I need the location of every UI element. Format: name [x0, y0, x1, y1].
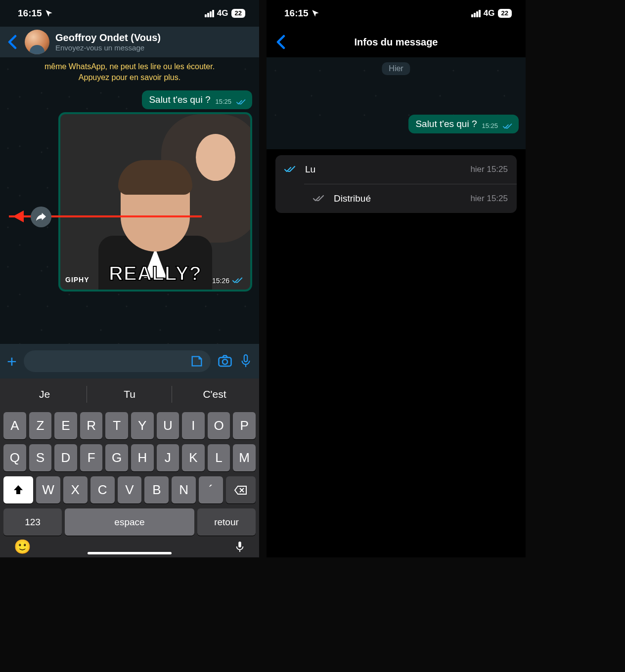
suggestion[interactable]: C'est [172, 381, 257, 407]
key-row-3: WXCVBN´ [2, 476, 257, 504]
home-indicator[interactable] [88, 552, 172, 554]
delivery-status-list: Lu hier 15:25 Distribué hier 15:25 [275, 155, 517, 213]
svg-point-1 [223, 359, 227, 364]
read-ticks-icon [284, 166, 296, 173]
key-P[interactable]: P [233, 412, 256, 439]
key-V[interactable]: V [118, 476, 142, 504]
key-S[interactable]: S [29, 444, 52, 471]
key-Y[interactable]: Y [131, 412, 154, 439]
network-label: 4G [484, 8, 495, 18]
outgoing-gif-message[interactable]: REALLY? GIPHY 15:26 [58, 112, 252, 292]
key-E[interactable]: E [54, 412, 77, 439]
info-header: Infos du message [267, 27, 526, 57]
location-icon [312, 9, 319, 17]
message-preview-bubble[interactable]: Salut t'es qui ? 15:25 [408, 115, 519, 133]
delivered-status-row: Distribué hier 15:25 [304, 184, 517, 213]
delivered-time: hier 15:25 [470, 194, 508, 204]
key-row-4: 123 espace retour [2, 508, 257, 536]
emoji-key[interactable]: 🙂 [14, 539, 31, 555]
encryption-banner[interactable]: même WhatsApp, ne peut les lire ou les é… [26, 59, 233, 85]
message-input-bar: + [0, 344, 259, 378]
status-time: 16:15 [284, 8, 309, 19]
key-Z[interactable]: Z [29, 412, 52, 439]
shift-key[interactable] [3, 476, 33, 504]
key-A[interactable]: A [3, 412, 26, 439]
read-time: hier 15:25 [470, 165, 508, 174]
suggestion[interactable]: Tu [87, 381, 172, 407]
contact-name: Geoffroy Ondet (Vous) [55, 32, 161, 43]
battery-badge: 22 [231, 9, 245, 18]
camera-button[interactable] [218, 354, 232, 369]
contact-subtitle: Envoyez-vous un message [55, 43, 161, 52]
key-H[interactable]: H [131, 444, 154, 471]
network-label: 4G [217, 8, 228, 18]
key-I[interactable]: I [182, 412, 205, 439]
keyboard: Je Tu C'est AZERTYUIOP QSDFGHJKLM WXCVBN… [0, 378, 259, 557]
chat-header: Geoffroy Ondet (Vous) Envoyez-vous un me… [0, 27, 259, 57]
key-row-1: AZERTYUIOP [2, 412, 257, 439]
message-time: 15:25 [215, 98, 231, 105]
back-button[interactable] [274, 35, 287, 49]
chat-screen: 16:15 4G 22 Geoffroy Ondet (Vous) Envoye… [0, 0, 259, 557]
date-chip: Hier [382, 62, 410, 75]
forward-icon[interactable] [31, 207, 51, 227]
space-key[interactable]: espace [65, 508, 194, 536]
key-X[interactable]: X [63, 476, 88, 504]
key-R[interactable]: R [80, 412, 103, 439]
key-O[interactable]: O [208, 412, 230, 439]
dictation-key[interactable] [234, 540, 245, 554]
key-K[interactable]: K [182, 444, 205, 471]
contact-avatar[interactable] [25, 30, 49, 54]
gif-preview: REALLY? GIPHY 15:26 [60, 114, 250, 290]
location-icon [45, 9, 53, 17]
key-T[interactable]: T [105, 412, 128, 439]
key-J[interactable]: J [157, 444, 179, 471]
gif-caption: REALLY? [109, 262, 202, 285]
message-text: Salut t'es qui ? [149, 94, 210, 105]
contact-title-area[interactable]: Geoffroy Ondet (Vous) Envoyez-vous un me… [55, 32, 161, 52]
read-ticks-icon [503, 124, 513, 129]
delivered-label: Distribué [334, 193, 461, 204]
svg-rect-2 [244, 355, 247, 362]
status-bar: 16:15 4G 22 [267, 0, 526, 27]
status-bar: 16:15 4G 22 [0, 0, 259, 27]
message-text: Salut t'es qui ? [415, 119, 477, 129]
key-´[interactable]: ´ [199, 476, 223, 504]
read-label: Lu [305, 164, 461, 175]
key-C[interactable]: C [90, 476, 115, 504]
info-body: Hier Salut t'es qui ? 15:25 Lu hier 15:2… [267, 57, 526, 557]
key-Q[interactable]: Q [3, 444, 26, 471]
signal-icon [205, 10, 214, 17]
message-info-screen: 16:15 4G 22 Infos du message Hier Salut … [267, 0, 526, 557]
read-status-row: Lu hier 15:25 [275, 155, 517, 184]
suggestion-row: Je Tu C'est [2, 381, 257, 407]
key-G[interactable]: G [105, 444, 128, 471]
mic-button[interactable] [239, 354, 252, 369]
outgoing-message[interactable]: Salut t'es qui ? 15:25 [142, 90, 252, 109]
sticker-icon[interactable] [190, 354, 204, 368]
key-U[interactable]: U [157, 412, 179, 439]
key-row-2: QSDFGHJKLM [2, 444, 257, 471]
key-L[interactable]: L [208, 444, 230, 471]
key-N[interactable]: N [172, 476, 196, 504]
battery-badge: 22 [498, 9, 512, 18]
key-M[interactable]: M [233, 444, 256, 471]
read-ticks-icon [232, 277, 243, 284]
key-D[interactable]: D [54, 444, 77, 471]
back-button[interactable] [6, 35, 19, 49]
message-time: 15:25 [482, 122, 498, 129]
suggestion[interactable]: Je [2, 381, 87, 407]
chat-body[interactable]: même WhatsApp, ne peut les lire ou les é… [0, 57, 259, 344]
read-ticks-icon [236, 99, 246, 105]
return-key[interactable]: retour [197, 508, 256, 536]
attach-button[interactable]: + [7, 353, 17, 370]
key-W[interactable]: W [36, 476, 60, 504]
numbers-key[interactable]: 123 [3, 508, 62, 536]
signal-icon [471, 10, 481, 17]
key-B[interactable]: B [144, 476, 169, 504]
message-input[interactable] [24, 350, 211, 372]
key-F[interactable]: F [80, 444, 103, 471]
message-preview-area: Hier Salut t'es qui ? 15:25 [267, 57, 526, 149]
svg-rect-3 [238, 542, 241, 547]
backspace-key[interactable] [226, 476, 256, 504]
